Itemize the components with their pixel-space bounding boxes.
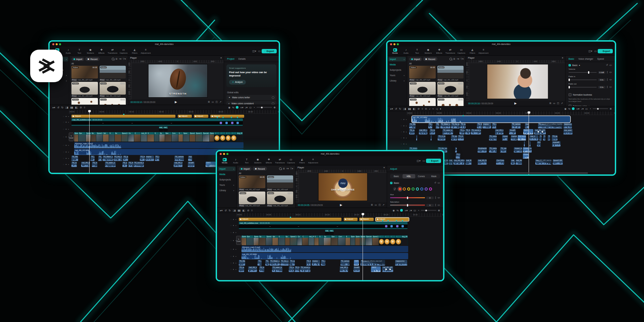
sfx-clip[interactable]: TS_th: [458, 135, 464, 141]
toolbar-tab-stickers[interactable]: ◉Stickers: [85, 48, 96, 54]
mic-icon[interactable]: ◉: [393, 209, 395, 212]
timeline-ruler[interactable]: 00:0000:0500:1000:1500:2000:2500:3000:35: [69, 110, 277, 114]
sfx-clip[interactable]: TS_cartoon_: [174, 156, 184, 161]
keyframe-icon[interactable]: ‹◊›: [609, 86, 612, 88]
tab-mask[interactable]: Mask: [428, 174, 440, 178]
sfx-clip[interactable]: TS_Wa: [71, 156, 78, 161]
video-segment[interactable]: C: [302, 235, 309, 245]
minimize-button[interactable]: [56, 43, 58, 45]
toolbar-tab-media[interactable]: ▶Media: [219, 158, 230, 164]
media-item[interactable]: Added00:05: [437, 98, 464, 106]
media-item[interactable]: Added00:05Proxymal_AN_x07.mp4: [239, 175, 265, 191]
logo-sticker-segment[interactable]: ◔V: [390, 235, 396, 245]
sfx-clip[interactable]: TS_th: [294, 266, 300, 272]
window-controls[interactable]: [387, 43, 399, 45]
keyframe-icon[interactable]: ‹◊›: [437, 204, 440, 206]
toolbar-tab-audio[interactable]: ♪Audio: [63, 48, 74, 54]
slider-thumb[interactable]: [407, 197, 408, 199]
eyedropper-icon[interactable]: ╱: [393, 187, 396, 191]
track-add-icon[interactable]: +: [235, 248, 236, 250]
logo-sticker-segment[interactable]: ◔V: [220, 132, 226, 142]
sfx-clip[interactable]: TS_ca: [321, 260, 325, 266]
logo-sticker-segment[interactable]: ◔V: [226, 132, 231, 142]
audio-tool-icon[interactable]: ≈: [432, 107, 434, 110]
checkbox-unchecked[interactable]: [569, 93, 572, 96]
video-segment[interactable]: S: [278, 235, 285, 245]
toolbar-tab-transitions[interactable]: ⇄Transitions: [274, 158, 285, 164]
audio-options-icon[interactable]: ♪▾: [245, 106, 248, 109]
toggle-radio[interactable]: [272, 102, 274, 105]
toolbar-tab-stickers[interactable]: ◉Stickers: [423, 48, 434, 54]
sidebar-item-import[interactable]: Import▾: [218, 167, 235, 171]
toolbar-tab-captions[interactable]: ▭Captions: [456, 48, 467, 54]
sfx-clip[interactable]: mal_AN_x0: [81, 162, 90, 167]
track-mute-icon[interactable]: ♦: [65, 151, 66, 153]
delete-button[interactable]: ⊘: [80, 106, 82, 109]
sfx-clip[interactable]: TS_opt: [460, 123, 466, 128]
cover-button[interactable]: ✎Cover: [69, 132, 74, 141]
undo-button[interactable]: ↺: [395, 107, 397, 110]
video-segment[interactable]: mal_AN_x01: [309, 235, 314, 245]
sfx-clip[interactable]: mal_AN_x08_raw.mp4: [535, 159, 552, 165]
split-tool[interactable]: ▮▮: [70, 106, 73, 109]
track-mute-icon[interactable]: ♦: [403, 143, 404, 145]
video-segment[interactable]: Sp: [259, 235, 266, 245]
sfx-clip[interactable]: Small5: [509, 129, 516, 135]
video-segment[interactable]: Spl: [103, 132, 109, 142]
sfx-clip[interactable]: [524, 141, 525, 147]
track-toggle-icon[interactable]: ◌: [63, 163, 64, 165]
sfx-clip[interactable]: Ocean Wav: [523, 147, 529, 153]
subtitle-clip[interactable]: mal_AN_subtitles.mov00:00:29:00: [71, 118, 243, 126]
sfx-clip[interactable]: mal_AN_x07: [174, 162, 182, 167]
sfx-clip[interactable]: TS: [548, 135, 550, 141]
media-thumbnail[interactable]: Added: [409, 98, 436, 106]
split-left-tool[interactable]: ▯▮: [65, 106, 68, 109]
sfx-clip[interactable]: [431, 135, 432, 141]
toolbar-tab-stickers[interactable]: ◉Stickers: [252, 158, 263, 164]
keyframe-dot[interactable]: [387, 220, 389, 221]
audio-clip[interactable]: mal_AN_VO.WAV: [241, 253, 408, 259]
sfx-clip[interactable]: TS_o: [98, 156, 102, 161]
media-thumbnail[interactable]: Added00:05: [100, 98, 126, 105]
sfx-clip[interactable]: Small5: [354, 266, 360, 272]
cover-view-icon[interactable]: ▭: [414, 209, 416, 212]
sfx-clip[interactable]: TS_sound_of_a_coffee_machine-05.323: [538, 123, 562, 128]
media-thumbnail[interactable]: Added: [267, 175, 293, 188]
import-button[interactable]: Import: [409, 57, 422, 61]
keyframe-dot[interactable]: [396, 220, 397, 221]
player-menu-icon[interactable]: ≡: [220, 57, 222, 59]
sfx-clip[interactable]: TS_spo: [451, 135, 457, 141]
video-segment[interactable]: Com: [172, 132, 178, 142]
sfx-clip[interactable]: TS_Water_s: [440, 123, 450, 128]
sfx-clip[interactable]: Emphasis6a: [478, 147, 487, 153]
sidebar-item-subprojects[interactable]: Subprojects: [218, 177, 235, 182]
track-add-icon[interactable]: +: [235, 255, 236, 257]
color-swatch[interactable]: [429, 187, 432, 191]
sfx-clip[interactable]: TS_Wa: [409, 123, 416, 128]
playhead[interactable]: [529, 111, 529, 174]
sort-icon[interactable]: ≡▾: [286, 167, 289, 170]
sort-icon[interactable]: ≡▾: [457, 58, 459, 60]
video-segment[interactable]: img_AN_x0: [401, 235, 408, 245]
sfx-clip[interactable]: TS_Wa: [239, 260, 245, 266]
sfx-clip[interactable]: TS_th: [140, 156, 145, 161]
video-segment[interactable]: Speed 1: [266, 235, 272, 245]
timeline-zoom-slider[interactable]: [421, 210, 436, 211]
sfx-clip[interactable]: Con Comp: [496, 159, 504, 165]
media-item[interactable]: Added00:06Proxymal_AN_x02.mp4: [437, 82, 464, 97]
track-mute-icon[interactable]: ♦: [233, 231, 234, 233]
sfx-clip[interactable]: TS_spo: [122, 162, 127, 167]
sfx-clip[interactable]: mal_f: [511, 159, 515, 165]
video-segment[interactable]: S: [109, 132, 114, 142]
timeline-zoom-slider[interactable]: [593, 108, 608, 109]
track-toggle-icon[interactable]: ◌: [63, 157, 64, 159]
media-item[interactable]: Added: [409, 98, 436, 106]
minimize-button[interactable]: [223, 153, 225, 155]
media-item[interactable]: Added00:05: [100, 98, 126, 105]
toolbar-tab-audio[interactable]: ♪Audio: [400, 48, 412, 54]
sfx-clip[interactable]: mal_AN_x0: [248, 266, 257, 272]
track-add-icon[interactable]: +: [68, 144, 69, 146]
video-segment[interactable]: Com: [338, 235, 345, 245]
zoom-button[interactable]: [59, 43, 61, 45]
track-toggle-icon[interactable]: ◌: [230, 218, 232, 220]
